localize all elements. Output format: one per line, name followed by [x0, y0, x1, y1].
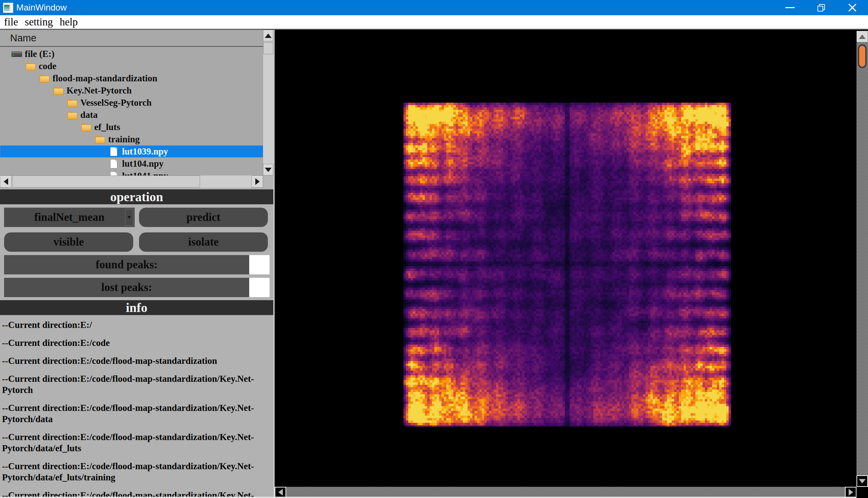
menu-item-file[interactable]: file	[3, 16, 18, 28]
visible-button[interactable]: visible	[4, 232, 133, 252]
image-vscroll-thumb[interactable]	[858, 44, 867, 68]
tree-item-flood-map-standardization[interactable]: flood-map-standardization	[0, 72, 263, 84]
tree-rows: file (E:)codeflood-map-standardizationKe…	[0, 47, 263, 175]
tree-scroll-right-button[interactable]	[252, 175, 263, 188]
image-scroll-up-button[interactable]	[856, 31, 868, 42]
info-log-line: --Current direction:E:/​code/​flood-map-…	[2, 403, 271, 425]
image-scroll-down-button[interactable]	[856, 475, 868, 487]
window-bottom-edge	[0, 497, 856, 498]
info-header-label: info	[126, 300, 147, 315]
close-icon	[848, 3, 857, 12]
tree-item-data[interactable]: data	[0, 109, 263, 121]
tree-item-label: lut104.npy	[122, 159, 163, 169]
close-button[interactable]	[837, 0, 868, 15]
tree-scroll-down-button[interactable]	[263, 164, 273, 175]
tree-item-lut104-npy[interactable]: lut104.npy	[0, 158, 263, 170]
folder-icon	[67, 98, 77, 107]
model-combobox[interactable]: finalNet_mean	[4, 208, 135, 227]
tree-item-label: VesselSeg-Pytorch	[80, 97, 152, 108]
image-viewport[interactable]	[273, 30, 868, 498]
tree-item-code[interactable]: code	[0, 60, 263, 72]
tree-item-key-net-pytorch[interactable]: Key.Net-Pytorch	[0, 84, 263, 96]
lost-peaks-label-text: lost peaks:	[101, 281, 152, 294]
image-horizontal-scrollbar[interactable]	[275, 487, 856, 498]
menu-bar: filesettinghelp	[0, 15, 868, 29]
minimize-icon	[785, 7, 795, 8]
model-combobox-value: finalNet_mean	[34, 211, 104, 224]
image-scroll-left-button[interactable]	[275, 487, 286, 498]
info-log-line: --Current direction:E:/​	[2, 319, 271, 331]
minimize-button[interactable]	[775, 0, 806, 15]
tree-item-vesselseg-pytorch[interactable]: VesselSeg-Pytorch	[0, 96, 263, 109]
found-peaks-label: found peaks:	[4, 255, 249, 274]
folder-icon	[39, 74, 50, 83]
main-area: Name file (E:)codeflood-map-standardizat…	[0, 29, 868, 498]
tree-item-label: file (E:)	[25, 49, 54, 59]
info-log-line: --Current direction:E:/​code/​flood-map-…	[2, 490, 271, 497]
arrow-down-icon	[859, 479, 866, 483]
arrow-left-icon	[278, 489, 283, 496]
tree-header[interactable]: Name	[0, 30, 263, 47]
combobox-dropdown-strip[interactable]	[125, 209, 133, 226]
menu-item-setting[interactable]: setting	[24, 16, 54, 28]
folder-icon	[95, 135, 105, 144]
info-log-line: --Current direction:E:/​code/​flood-map-…	[2, 461, 271, 483]
arrow-right-icon	[255, 178, 260, 185]
image-scrollbar-corner	[856, 487, 868, 498]
file-icon	[109, 171, 119, 176]
isolate-button[interactable]: isolate	[139, 232, 268, 252]
found-peaks-value[interactable]	[249, 255, 270, 274]
image-scroll-right-button[interactable]	[845, 487, 856, 498]
tree-vscroll-thumb[interactable]	[263, 42, 273, 54]
title-bar: MainWindow	[0, 0, 868, 15]
restore-button[interactable]	[806, 0, 837, 15]
info-log-line: --Current direction:E:/​code/​flood-map-…	[2, 355, 271, 367]
folder-icon	[25, 62, 36, 71]
tree-vertical-scrollbar[interactable]	[263, 30, 273, 175]
image-vertical-scrollbar[interactable]	[856, 30, 868, 487]
drive-icon	[12, 50, 22, 58]
isolate-button-label: isolate	[188, 236, 219, 248]
tree-item-label: ef_luts	[94, 122, 120, 132]
file-icon	[109, 147, 119, 156]
window-title: MainWindow	[16, 2, 67, 13]
arrow-up-icon	[265, 34, 271, 38]
tree-item-label: code	[39, 61, 56, 71]
tree-horizontal-scrollbar[interactable]	[0, 175, 263, 188]
menu-item-help[interactable]: help	[59, 16, 78, 28]
visible-button-label: visible	[54, 236, 84, 248]
tree-item-label: training	[108, 134, 140, 145]
lost-peaks-label: lost peaks:	[4, 278, 249, 297]
tree-item-training[interactable]: training	[0, 133, 263, 145]
info-section-header: info	[0, 300, 273, 315]
tree-scrollbar-corner	[263, 175, 273, 188]
tree-header-label: Name	[10, 32, 36, 44]
app-icon	[3, 3, 13, 13]
tree-item-label: Key.Net-Pytorch	[66, 86, 131, 96]
arrow-right-icon	[849, 489, 853, 496]
tree-item-ef-luts[interactable]: ef_luts	[0, 121, 263, 133]
tree-item-label: data	[80, 110, 98, 120]
arrow-down-icon	[265, 168, 271, 172]
image-vscroll-track[interactable]	[856, 42, 868, 475]
main-window: MainWindow filesettinghelp Name file (E:…	[0, 0, 868, 498]
chevron-down-icon	[127, 216, 131, 219]
tree-item-label: flood-map-standardization	[53, 73, 157, 84]
folder-icon	[67, 110, 77, 120]
info-log-line: --Current direction:E:/​code/​flood-map-…	[2, 432, 271, 454]
arrow-up-icon	[859, 35, 866, 39]
lost-peaks-value[interactable]	[249, 278, 270, 297]
info-log: --Current direction:E:/​--Current direct…	[2, 319, 271, 497]
predict-button[interactable]: predict	[139, 208, 268, 227]
operation-header-label: operation	[110, 189, 163, 204]
tree-vscroll-track[interactable]	[263, 41, 273, 164]
tree-scroll-up-button[interactable]	[263, 30, 273, 41]
tree-item-lut1039-npy[interactable]: lut1039.npy	[0, 145, 263, 158]
tree-item-label: lut1039.npy	[122, 146, 168, 157]
found-peaks-label-text: found peaks:	[95, 259, 157, 271]
tree-item-file-e-[interactable]: file (E:)	[0, 48, 263, 60]
tree-hscroll-thumb[interactable]	[12, 175, 200, 188]
tree-item-lut1041-npy[interactable]: lut1041.npy	[0, 170, 263, 175]
tree-scroll-left-button[interactable]	[0, 175, 12, 188]
image-hscroll-track[interactable]	[286, 487, 845, 498]
